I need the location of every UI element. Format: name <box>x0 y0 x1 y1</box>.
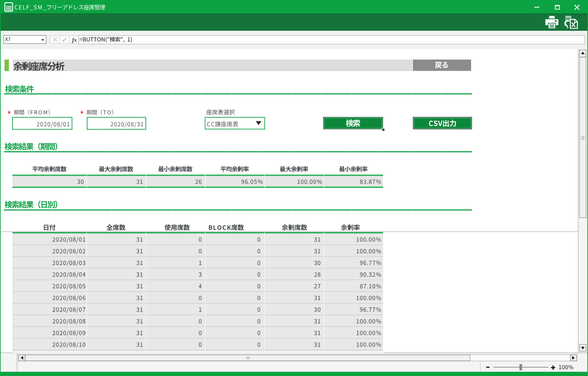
svg-text:fx: fx <box>72 37 76 43</box>
